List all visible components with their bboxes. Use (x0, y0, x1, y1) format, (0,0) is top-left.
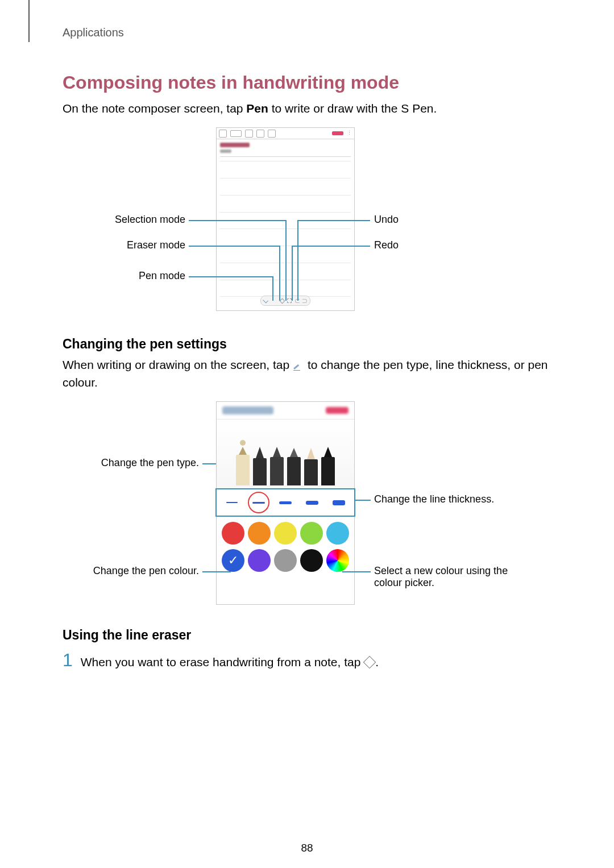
intro-paragraph: On the note composer screen, tap Pen to … (63, 100, 563, 117)
step-1-text: When you want to erase handwriting from … (81, 655, 379, 669)
colour-swatch (248, 522, 271, 545)
heading-pen-settings: Changing the pen settings (63, 337, 563, 352)
section-header: Applications (63, 26, 563, 39)
eraser-mode-icon (280, 298, 285, 304)
manual-page: Applications Composing notes in handwrit… (0, 0, 614, 868)
heading-line-eraser: Using the line eraser (63, 628, 563, 643)
para2-pre: When writing or drawing on the screen, t… (63, 358, 293, 371)
callout-pen-colour: Change the pen colour. (85, 565, 199, 577)
voice-icon (268, 130, 276, 138)
gallery-icon (219, 130, 227, 138)
pen-tab-icon (245, 130, 253, 138)
pen-settings-paragraph: When writing or drawing on the screen, t… (63, 356, 563, 391)
colour-swatch (274, 549, 297, 572)
header-rule (28, 0, 30, 42)
pen-settings-close-blur (326, 407, 349, 414)
intro-post: to write or draw with the S Pen. (268, 102, 437, 115)
steps-list: 1 When you want to erase handwriting fro… (63, 651, 563, 669)
redo-icon (302, 299, 307, 303)
callout-colour-picker: Select a new colour using the colour pic… (374, 565, 528, 589)
pen-mode-icon (264, 299, 277, 302)
page-number: 88 (0, 842, 614, 854)
colour-swatch (248, 549, 271, 572)
note-title-blur (220, 143, 351, 153)
save-button (332, 131, 343, 135)
callout-pen-type: Change the pen type. (98, 457, 199, 469)
eraser-icon (363, 656, 376, 669)
pen-type-row (217, 419, 354, 489)
step-1-number: 1 (63, 651, 73, 669)
intro-pre: On the note composer screen, tap (63, 102, 246, 115)
pen-settings-icon (294, 361, 303, 370)
abc-tab (230, 130, 242, 137)
figure-notes-app: ⋮ Selection mode Eraser mode Pen mode Un (63, 127, 563, 321)
line-thickness-row (217, 489, 354, 516)
pen-settings-panel (216, 401, 355, 605)
intro-bold: Pen (246, 102, 268, 115)
pen-type-calligraphy (253, 447, 267, 485)
pen-type-brush (304, 448, 318, 485)
pen-settings-title-blur (222, 406, 273, 414)
colour-picker-swatch (326, 549, 349, 572)
pen-type-pen (270, 447, 284, 485)
pen-type-marker (321, 447, 335, 485)
pen-type-pencil (287, 448, 301, 485)
colour-grid (217, 516, 354, 578)
pen-type-fountain (236, 440, 250, 485)
colour-swatch (300, 549, 323, 572)
colour-swatch-selected (222, 549, 244, 572)
callout-undo: Undo (374, 214, 399, 226)
notes-topbar: ⋮ (217, 128, 354, 139)
callout-selection-mode: Selection mode (108, 214, 185, 226)
callout-pen-mode: Pen mode (134, 270, 185, 282)
step1-pre: When you want to erase handwriting from … (81, 655, 364, 668)
callout-line-thickness: Change the line thickness. (374, 493, 494, 505)
colour-swatch (300, 522, 323, 545)
attach-icon (256, 130, 264, 138)
callout-eraser-mode: Eraser mode (122, 239, 185, 251)
colour-swatch (222, 522, 244, 545)
colour-swatch (326, 522, 349, 545)
callout-redo: Redo (374, 239, 399, 251)
colour-swatch (274, 522, 297, 545)
heading-compose: Composing notes in handwriting mode (63, 72, 563, 93)
more-icon: ⋮ (347, 131, 352, 136)
figure-pen-settings: Change the pen type. Change the pen colo… (63, 401, 563, 612)
step-1: 1 When you want to erase handwriting fro… (63, 651, 563, 669)
